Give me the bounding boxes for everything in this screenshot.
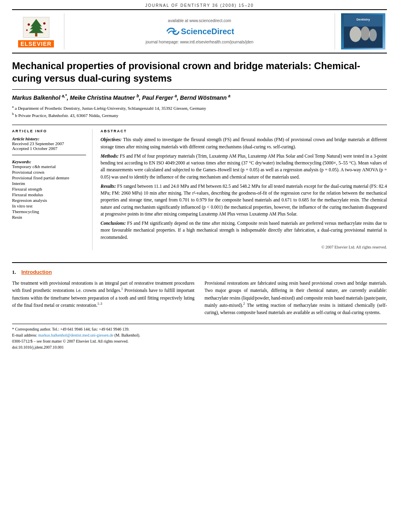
elsevier-logo-section: ELSEVIER	[12, 13, 64, 49]
svg-point-5	[27, 23, 30, 26]
email-label: E-mail address:	[12, 333, 37, 337]
received-date: Received 23 September 2007	[12, 141, 86, 146]
email-link[interactable]: markus.balkenhol@dentist.med.uni-giessen…	[38, 333, 113, 337]
email-footnote: E-mail address: markus.balkenhol@dentist…	[12, 332, 387, 338]
info-abstract-section: Article Info Article history: Received 2…	[12, 129, 387, 250]
keyword-6: Flexural modulus	[12, 192, 86, 197]
abstract-col: Abstract Objectives: This study aimed to…	[101, 129, 387, 250]
keyword-5: Flexural strength	[12, 187, 86, 191]
section-header: 1. Introduction	[12, 269, 387, 275]
results-text: FS ranged between 11.1 and 24.0 MPa and …	[101, 184, 387, 216]
section-number: 1.	[12, 269, 16, 275]
svg-point-11	[350, 27, 361, 42]
journal-homepage: journal homepage: www.intl.elsevierhealt…	[146, 40, 253, 44]
keyword-4: Interim	[12, 181, 86, 186]
keyword-8: In vitro test	[12, 203, 86, 208]
elsevier-tree-icon	[20, 15, 52, 39]
cover-art: Dentistry	[343, 15, 383, 48]
affiliations-divider	[12, 125, 387, 125]
intro-right-text: Provisional restorations are fabricated …	[205, 279, 387, 316]
title-divider	[12, 89, 387, 90]
affiliation-b: b b Private Practice, Bahnhofstr. 43, 63…	[12, 111, 387, 119]
title-text: Mechanical properties of provisional cro…	[12, 60, 360, 84]
article-info-label: Article Info	[12, 129, 86, 133]
methods-text: FS and FM of four proprietary materials …	[101, 154, 387, 179]
footnote-area: * Corresponding author. Tel.: +49 641 99…	[12, 324, 387, 350]
keyword-3: Provisional fixed partial denture	[12, 175, 86, 180]
journal-name: Journal of Dentistry 36 (2008) 15–20	[145, 3, 254, 8]
info-divider-1	[12, 155, 86, 155]
email-suffix: (M. Balkenhol).	[114, 333, 140, 337]
objectives-section: Objectives: This study aimed to investig…	[101, 136, 387, 150]
section-heading: Introduction	[21, 269, 52, 275]
corresponding-text: * Corresponding author. Tel.: +49 641 99…	[12, 327, 130, 331]
keywords-list: Temporary c&b material Provisional crown…	[12, 164, 86, 220]
issn-footnote: 0300-5712/$ – see front matter © 2007 El…	[12, 338, 387, 344]
affiliations: a a Department of Prosthetic Dentistry, …	[12, 104, 387, 119]
main-content-divider	[12, 262, 387, 263]
svg-point-7	[26, 29, 28, 31]
elsevier-brand-text: ELSEVIER	[18, 40, 54, 47]
svg-point-12	[360, 27, 370, 41]
authors: Markus Balkenhol a,*, Meike Christina Ma…	[12, 94, 387, 101]
keyword-10: Resin	[12, 215, 86, 220]
conclusions-section: Conclusions: FS and FM significantly dep…	[101, 220, 387, 241]
svg-point-8	[45, 29, 46, 30]
keyword-1: Temporary c&b material	[12, 164, 86, 169]
sciencedirect-text: ScienceDirect	[181, 27, 234, 36]
sd-icon	[165, 25, 181, 37]
objectives-text: This study aimed to investigate the flex…	[101, 137, 387, 149]
article-content: Mechanical properties of provisional cro…	[0, 53, 399, 256]
history-label: Article history:	[12, 136, 86, 141]
history-row: Article history: Received 23 September 2…	[12, 136, 86, 151]
objectives-label: Objectives:	[101, 137, 121, 142]
intro-left-text: The treatment with provisional restorati…	[12, 279, 195, 309]
results-label: Results:	[101, 184, 116, 189]
doi-footnote: doi:10.1016/j.jdent.2007.10.001	[12, 344, 387, 350]
svg-point-6	[43, 23, 45, 25]
keywords-row: Keywords: Temporary c&b material Provisi…	[12, 159, 86, 220]
abstract-label: Abstract	[101, 129, 387, 133]
svg-text:Dentistry: Dentistry	[356, 18, 370, 21]
article-title: Mechanical properties of provisional cro…	[12, 60, 387, 84]
introduction-section: 1. Introduction The treatment with provi…	[0, 269, 399, 356]
available-text: available at www.sciencedirect.com	[168, 18, 231, 23]
sciencedirect-logo: ScienceDirect	[165, 25, 234, 37]
journal-banner: ELSEVIER available at www.sciencedirect.…	[12, 9, 387, 53]
keyword-9: Thermocycling	[12, 209, 86, 214]
intro-left: The treatment with provisional restorati…	[12, 279, 195, 320]
results-section: Results: FS ranged between 11.1 and 24.0…	[101, 183, 387, 218]
keyword-7: Regression analysis	[12, 198, 86, 203]
conclusions-label: Conclusions:	[101, 221, 126, 226]
methods-label: Methods:	[101, 154, 119, 158]
journal-header: Journal of Dentistry 36 (2008) 15–20	[0, 0, 399, 9]
abstract-text: Objectives: This study aimed to investig…	[101, 136, 387, 250]
corresponding-footnote: * Corresponding author. Tel.: +49 641 99…	[12, 326, 387, 332]
keywords-label: Keywords:	[12, 159, 86, 164]
methods-section: Methods: FS and FM of four proprietary m…	[101, 153, 387, 181]
journal-cover-section: Dentistry	[335, 13, 387, 49]
keyword-2: Provisional crown	[12, 170, 86, 175]
journal-cover-image: Dentistry	[341, 13, 385, 49]
accepted-date: Accepted 1 October 2007	[12, 146, 86, 151]
elsevier-logo: ELSEVIER	[18, 15, 54, 47]
affiliation-a: a a Department of Prosthetic Dentistry, …	[12, 104, 387, 111]
conclusions-text: FS and FM significantly depend on the ti…	[101, 221, 387, 240]
article-info-col: Article Info Article history: Received 2…	[12, 129, 93, 250]
sciencedirect-section: available at www.sciencedirect.com Scien…	[64, 13, 335, 49]
copyright-text: © 2007 Elsevier Ltd. All rights reserved…	[101, 244, 387, 250]
introduction-columns: The treatment with provisional restorati…	[12, 279, 387, 320]
intro-right: Provisional restorations are fabricated …	[205, 279, 387, 320]
svg-point-13	[369, 29, 376, 41]
authors-text: Markus Balkenhol a,*, Meike Christina Ma…	[12, 94, 230, 101]
